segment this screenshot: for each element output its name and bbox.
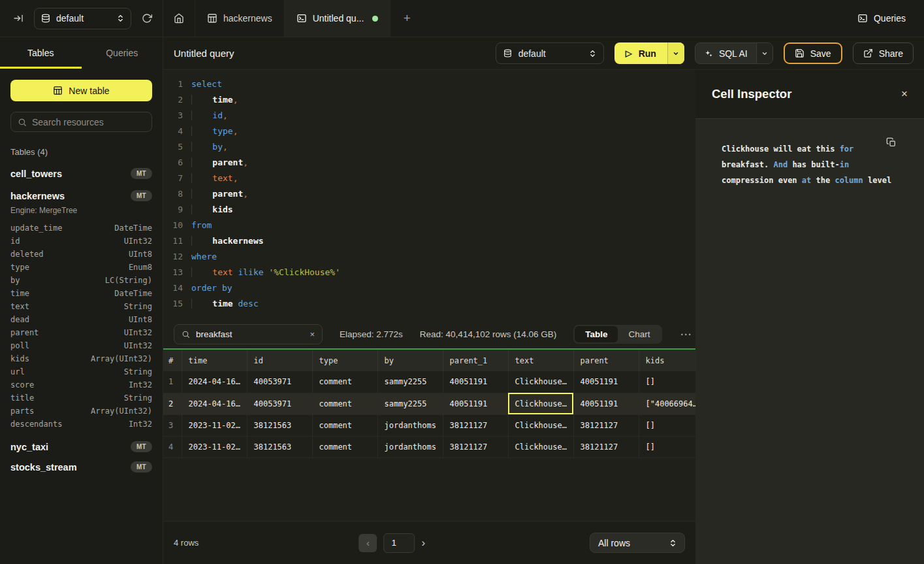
- table-cell[interactable]: 2023-11-02…: [182, 436, 247, 457]
- column-header[interactable]: time: [182, 350, 247, 371]
- tab-label: hackernews: [223, 13, 272, 24]
- sidebar-tab-tables[interactable]: Tables: [0, 37, 82, 69]
- sidebar-item-cell-towers[interactable]: cell_towers MT: [10, 168, 152, 179]
- table-cell[interactable]: sammy2255: [377, 393, 443, 414]
- clear-search-button[interactable]: ×: [310, 329, 315, 339]
- row-number[interactable]: 4: [163, 436, 182, 457]
- table-cell[interactable]: comment: [312, 436, 377, 457]
- run-button[interactable]: ▷ Run: [614, 42, 667, 64]
- editor-line[interactable]: 5 by,: [163, 139, 695, 155]
- editor-line[interactable]: 13 text ilike '%ClickHouse%': [163, 265, 695, 280]
- chevron-down-icon: [761, 50, 768, 57]
- table-cell[interactable]: 40051191: [443, 371, 508, 393]
- editor-line[interactable]: 1select: [163, 76, 695, 92]
- table-cell[interactable]: comment: [312, 393, 377, 414]
- table-cell[interactable]: []: [639, 414, 695, 436]
- table-cell[interactable]: Clickhouse…: [508, 371, 573, 393]
- editor-line[interactable]: 7 text,: [163, 171, 695, 186]
- copy-cell-button[interactable]: [886, 137, 897, 148]
- view-toggle-table[interactable]: Table: [575, 326, 618, 342]
- table-cell[interactable]: Clickhouse…: [508, 436, 573, 457]
- table-cell[interactable]: 40051191: [573, 393, 639, 414]
- share-button[interactable]: Share: [853, 42, 914, 64]
- sidebar-item-hackernews[interactable]: hackernews MT: [10, 190, 152, 201]
- editor-line[interactable]: 6 parent,: [163, 155, 695, 171]
- sql-ai-button[interactable]: SQL AI: [695, 43, 756, 63]
- row-number[interactable]: 3: [163, 414, 182, 436]
- previous-page-button[interactable]: ‹: [359, 534, 377, 552]
- table-cell[interactable]: 2024-04-16…: [182, 371, 247, 393]
- editor-line[interactable]: 10from: [163, 218, 695, 233]
- search-resources-input[interactable]: [32, 117, 145, 127]
- sidebar-item-stocks-stream[interactable]: stocks_stream MT: [10, 461, 152, 473]
- editor-line[interactable]: 3 id,: [163, 108, 695, 124]
- sql-ai-options-button[interactable]: [756, 43, 773, 63]
- editor-line[interactable]: 2 time,: [163, 92, 695, 108]
- table-cell[interactable]: Clickhouse…: [508, 393, 573, 414]
- results-more-button[interactable]: ⋯: [679, 327, 693, 341]
- column-header[interactable]: id: [247, 350, 312, 371]
- column-header[interactable]: type: [312, 350, 377, 371]
- query-database-selector[interactable]: default: [496, 42, 604, 64]
- table-cell[interactable]: []: [639, 436, 695, 457]
- sidebar-tab-queries[interactable]: Queries: [82, 37, 163, 69]
- row-number[interactable]: 2: [163, 393, 182, 414]
- table-cell[interactable]: 38121127: [443, 414, 508, 436]
- table-cell[interactable]: 40053971: [247, 393, 312, 414]
- column-header[interactable]: kids: [639, 350, 695, 371]
- tab-hackernews[interactable]: hackernews: [195, 0, 285, 37]
- table-name: cell_towers: [10, 169, 62, 179]
- database-selector[interactable]: default: [34, 8, 131, 29]
- table-cell[interactable]: jordanthoms: [377, 436, 443, 457]
- table-cell[interactable]: 38121127: [573, 436, 639, 457]
- table-cell[interactable]: 2023-11-02…: [182, 414, 247, 436]
- results-search-input[interactable]: [196, 329, 304, 339]
- editor-line[interactable]: 11 hackernews: [163, 233, 695, 249]
- editor-line[interactable]: 9 kids: [163, 202, 695, 218]
- view-toggle-chart[interactable]: Chart: [618, 326, 660, 342]
- next-page-button[interactable]: ›: [422, 537, 426, 550]
- table-cell[interactable]: 40051191: [443, 393, 508, 414]
- table-cell[interactable]: sammy2255: [377, 371, 443, 393]
- sidebar-collapse-button[interactable]: [13, 13, 24, 24]
- table-cell[interactable]: 38121127: [573, 414, 639, 436]
- editor-line[interactable]: 15 time desc: [163, 296, 695, 312]
- table-cell[interactable]: 2024-04-16…: [182, 393, 247, 414]
- editor-line[interactable]: 8 parent,: [163, 186, 695, 202]
- column-header[interactable]: #: [163, 350, 182, 371]
- tab-untitled-query[interactable]: Untitled qu...: [285, 0, 391, 37]
- editor-line[interactable]: 12where: [163, 249, 695, 265]
- close-inspector-button[interactable]: ×: [901, 88, 908, 101]
- column-header[interactable]: parent: [573, 350, 639, 371]
- save-button[interactable]: Save: [784, 42, 842, 64]
- run-options-button[interactable]: [667, 42, 684, 64]
- editor-line[interactable]: 14order by: [163, 280, 695, 296]
- column-name: time: [10, 287, 29, 300]
- sidebar-item-nyc-taxi[interactable]: nyc_taxi MT: [10, 441, 152, 452]
- queries-button[interactable]: Queries: [857, 0, 924, 37]
- table-cell[interactable]: ["40066964…: [639, 393, 695, 414]
- sql-editor[interactable]: 1select2 time,3 id,4 type,5 by,6 parent,…: [163, 70, 695, 320]
- tab-home[interactable]: [163, 0, 195, 37]
- table-cell[interactable]: comment: [312, 371, 377, 393]
- column-header[interactable]: parent_1: [443, 350, 508, 371]
- table-cell[interactable]: []: [639, 371, 695, 393]
- new-tab-button[interactable]: +: [390, 0, 423, 37]
- table-cell[interactable]: 40051191: [573, 371, 639, 393]
- page-number-input[interactable]: [384, 533, 415, 553]
- column-header[interactable]: text: [508, 350, 573, 371]
- new-table-button[interactable]: New table: [10, 80, 152, 101]
- table-cell[interactable]: Clickhouse…: [508, 414, 573, 436]
- results-search: ×: [174, 324, 323, 344]
- table-cell[interactable]: 40053971: [247, 371, 312, 393]
- editor-line[interactable]: 4 type,: [163, 124, 695, 139]
- table-cell[interactable]: jordanthoms: [377, 414, 443, 436]
- row-number[interactable]: 1: [163, 371, 182, 393]
- table-cell[interactable]: 38121563: [247, 414, 312, 436]
- column-header[interactable]: by: [377, 350, 443, 371]
- page-size-selector[interactable]: All rows: [590, 533, 685, 553]
- refresh-button[interactable]: [142, 13, 152, 24]
- table-cell[interactable]: comment: [312, 414, 377, 436]
- table-cell[interactable]: 38121127: [443, 436, 508, 457]
- table-cell[interactable]: 38121563: [247, 436, 312, 457]
